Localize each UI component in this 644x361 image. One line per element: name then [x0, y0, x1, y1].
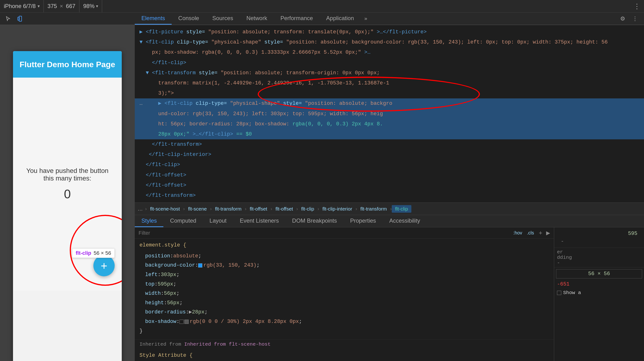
styles-right-panel: 595 - er dding - 56 × 56 -651: [554, 227, 644, 361]
css-position-line[interactable]: position : absolute ;: [140, 251, 549, 261]
tab-network[interactable]: Network: [240, 13, 274, 25]
breadcrumb-bar: … › flt-scene-host › flt-scene › flt-tra…: [135, 203, 644, 215]
fab-tooltip-size: 56 × 56: [94, 250, 111, 256]
dom-line-close-clipinterior[interactable]: </flt-clip-interior>: [135, 150, 644, 160]
dom-tree: ▶ <flt-picture style= "position: absolut…: [135, 25, 644, 203]
inherited-from-label[interactable]: Inherited from flt-scene-host: [184, 341, 270, 347]
cls-button[interactable]: .cls: [527, 230, 534, 236]
top-bar: Flutter Demo Home Page iPhone 6/7/8 ▾ 37…: [0, 0, 644, 13]
css-left-line[interactable]: left : 303px ;: [140, 270, 549, 280]
subtab-styles[interactable]: Styles: [135, 215, 163, 227]
dom-line-selected[interactable]: … ▶ <flt-clip clip-type= "physical-shape…: [135, 98, 644, 109]
breadcrumb-flt-offset-2[interactable]: flt-offset: [272, 205, 296, 213]
breadcrumb-flt-scene-host[interactable]: flt-scene-host: [147, 205, 183, 213]
topbar-more-button[interactable]: ⋮: [630, 2, 644, 10]
dom-line-3b: transform: matrix(1, -2.44929e-16, 2.449…: [135, 78, 644, 88]
dom-line-close-clip[interactable]: </flt-clip>: [135, 160, 644, 170]
subtab-event-listeners[interactable]: Event Listeners: [233, 215, 285, 227]
bottom-value-line: -651: [554, 280, 644, 288]
subtab-accessibility[interactable]: Accessibility: [382, 215, 427, 227]
css-borderradius-line[interactable]: border-radius : ▶ 28px ;: [140, 307, 549, 317]
cross-icon: ×: [60, 3, 63, 10]
dom-line-2[interactable]: ▼ <flt-clip clip-type= "physical-shape" …: [135, 37, 644, 47]
box-model-top: 595 -: [554, 227, 644, 248]
zoom-value: 98%: [83, 3, 94, 10]
tab-performance[interactable]: Performance: [274, 13, 320, 25]
size-display: 56 × 56: [556, 269, 642, 278]
breadcrumb-flt-clip[interactable]: flt-clip: [298, 205, 318, 213]
breadcrumb-flt-clip-interior[interactable]: flt-clip-interior: [319, 205, 356, 213]
filter-bar: :hov .cls + ▶: [135, 227, 554, 239]
devtools-header-controls: ⚙ ⋮: [614, 14, 644, 24]
breadcrumb-flt-clip-active[interactable]: flt-clip: [392, 205, 411, 213]
size-value: 56 × 56: [588, 271, 610, 277]
subtab-layout[interactable]: Layout: [203, 215, 233, 227]
fab-plus-icon: +: [101, 259, 107, 272]
css-bgcolor-line[interactable]: background-color : rgb(33, 150, 243) ;: [140, 261, 549, 270]
breadcrumb-flt-offset-1[interactable]: flt-offset: [246, 205, 270, 213]
devtools-more-button[interactable]: ⋮: [630, 14, 640, 24]
tab-console[interactable]: Console: [172, 13, 206, 25]
cursor-icon-button[interactable]: [2, 13, 14, 25]
css-boxshadow-line[interactable]: box-shadow : □ rgb(0 0 0 / 30%) 2px 4px …: [140, 317, 549, 326]
element-style-section: element.style { position : absolute ; ba…: [135, 239, 554, 340]
fab-tooltip: flt-clip 56 × 56: [72, 248, 115, 258]
add-style-button[interactable]: +: [539, 229, 542, 237]
subtabs-bar: Styles Computed Layout Event Listeners D…: [135, 215, 644, 227]
dom-line-selected-4: 28px 0px;" >…</flt-clip> == $0: [135, 129, 644, 139]
style-attr-selector: Style Attribute {: [140, 351, 549, 360]
css-height-line[interactable]: height : 56px ;: [140, 298, 549, 308]
css-width-line[interactable]: width : 56px ;: [140, 289, 549, 298]
box-er-label: er dding -: [554, 248, 644, 267]
css-top-line[interactable]: top : 595px ;: [140, 280, 549, 289]
tab-application[interactable]: Application: [320, 13, 360, 25]
filter-input[interactable]: [138, 230, 510, 236]
dom-line-3[interactable]: ▼ <flt-transform style= "position: absol…: [135, 68, 644, 78]
breadcrumb-flt-scene[interactable]: flt-scene: [185, 205, 210, 213]
play-button[interactable]: ▶: [546, 230, 550, 236]
zoom-chevron-icon: ▾: [96, 4, 98, 9]
devtools-icons-bar: [0, 13, 135, 25]
color-swatch[interactable]: [198, 263, 202, 267]
hov-button[interactable]: :hov: [513, 230, 522, 236]
device-toggle-button[interactable]: [15, 13, 26, 25]
settings-button[interactable]: ⚙: [618, 14, 628, 24]
dom-line-selected-3: ht: 56px; border-radius: 28px; box-shado…: [135, 119, 644, 129]
height-value: 667: [66, 3, 76, 10]
fab-container: flt-clip 56 × 56 +: [94, 255, 115, 276]
svg-rect-1: [18, 17, 20, 20]
show-all-checkbox[interactable]: [557, 291, 561, 295]
breadcrumb-flt-transform-2[interactable]: flt-transform: [357, 205, 390, 213]
tab-elements[interactable]: Elements: [135, 13, 172, 25]
right-dash: -: [558, 237, 640, 245]
css-close-brace: }: [140, 326, 549, 336]
tab-sources[interactable]: Sources: [206, 13, 240, 25]
fab-button[interactable]: +: [94, 255, 115, 276]
dom-line-close-transform[interactable]: </flt-transform>: [135, 139, 644, 150]
dom-line-close-offset1[interactable]: </flt-offset>: [135, 170, 644, 180]
dom-line-close-offset2[interactable]: </flt-offset>: [135, 180, 644, 190]
shadow-color-swatch[interactable]: [184, 320, 189, 324]
subtab-dom-breakpoints[interactable]: DOM Breakpoints: [286, 215, 344, 227]
border-radius-expand[interactable]: ▶: [189, 307, 192, 317]
dom-line-3c: 3);">: [135, 88, 644, 98]
devtools-more-tabs-button[interactable]: »: [360, 16, 371, 22]
chevron-down-icon: ▾: [38, 4, 40, 9]
devtools-tab-bar: Elements Console Sources Network Perform…: [135, 13, 644, 25]
inherited-label: Inherited from Inherited from flt-scene-…: [135, 340, 554, 349]
breadcrumb-flt-transform[interactable]: flt-transform: [212, 205, 245, 213]
zoom-selector[interactable]: 98% ▾: [80, 0, 102, 12]
counter-number: 0: [64, 187, 71, 201]
dom-line-close-transform2[interactable]: </flt-transform>: [135, 190, 644, 201]
phone-appbar: Flutter Demo Home Page: [13, 51, 122, 78]
box-shadow-page-icon: □: [180, 320, 184, 324]
breadcrumb-dots: …: [138, 206, 143, 212]
phone-frame: Flutter Demo Home Page You have pushed t…: [13, 51, 122, 361]
dom-line-1[interactable]: ▶ <flt-picture style= "position: absolut…: [135, 27, 644, 37]
device-selector[interactable]: Flutter Demo Home Page iPhone 6/7/8 ▾: [0, 0, 44, 12]
bottom-value: -651: [557, 281, 570, 287]
dom-line-selected-2: und-color: rgb(33, 150, 243); left: 303p…: [135, 109, 644, 119]
subtab-computed[interactable]: Computed: [163, 215, 203, 227]
top-value: 595: [558, 230, 640, 237]
subtab-properties[interactable]: Properties: [344, 215, 382, 227]
